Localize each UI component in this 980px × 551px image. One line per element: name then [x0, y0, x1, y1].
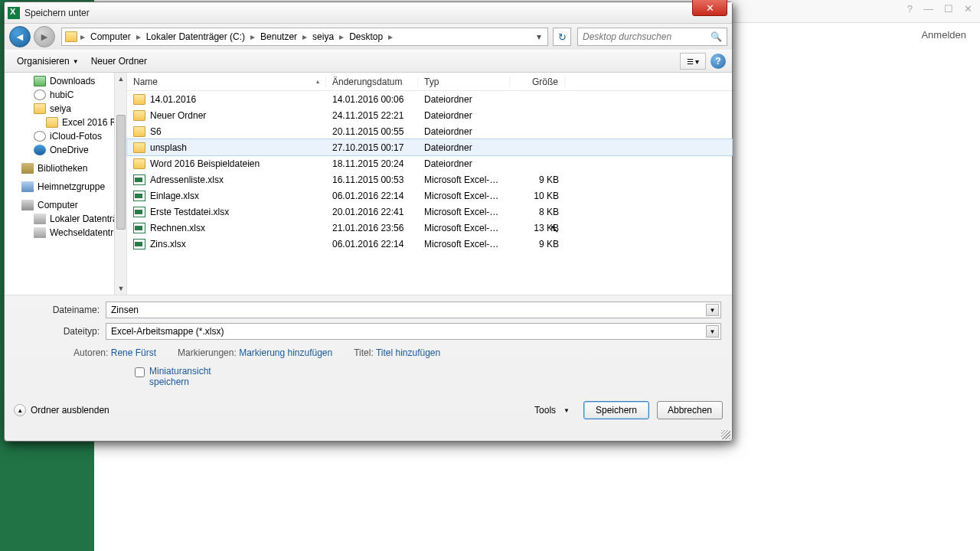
- file-row[interactable]: Adressenliste.xlsx 16.11.2015 00:53 Micr…: [127, 171, 732, 187]
- breadcrumb-item[interactable]: Benutzer: [258, 31, 299, 42]
- tree-item[interactable]: Excel 2016 Rechn: [5, 116, 126, 129]
- chevron-down-icon[interactable]: ▼: [706, 304, 719, 316]
- breadcrumb-item[interactable]: seiya: [310, 31, 336, 42]
- file-row[interactable]: Einlage.xlsx 06.01.2016 22:14 Microsoft …: [127, 187, 732, 204]
- file-row[interactable]: S6 20.11.2015 00:55 Dateiordner: [127, 123, 732, 139]
- authors-value[interactable]: Rene Fürst: [111, 347, 156, 358]
- breadcrumb-item[interactable]: Lokaler Datenträger (C:): [144, 31, 247, 42]
- navigation-tree: DownloadshubiCseiyaExcel 2016 RechniClou…: [5, 73, 127, 295]
- organize-button[interactable]: Organisieren▼: [11, 54, 85, 69]
- file-details-panel: Dateiname: ▼ Dateityp: Excel-Arbeitsmapp…: [5, 295, 732, 396]
- tree-item[interactable]: Lokaler Datenträg: [5, 212, 126, 226]
- search-icon[interactable]: 🔍: [710, 31, 722, 42]
- file-row[interactable]: Zins.xlsx 06.01.2016 22:14 Microsoft Exc…: [127, 236, 732, 252]
- tree-scrollbar[interactable]: ▲▼: [114, 73, 126, 295]
- close-button[interactable]: ✕: [692, 0, 727, 16]
- breadcrumb[interactable]: ▸ Computer ▸ Lokaler Datenträger (C:) ▸ …: [61, 28, 548, 46]
- file-row[interactable]: Rechnen.xlsx 21.01.2016 23:56 Microsoft …: [127, 220, 732, 236]
- authors-label: Autoren:: [74, 347, 108, 358]
- chevron-right-icon[interactable]: ▸: [387, 31, 394, 42]
- tree-item[interactable]: Wechseldatentr: [5, 226, 126, 240]
- drive-icon: [34, 214, 46, 224]
- cancel-button[interactable]: Abbrechen: [657, 401, 723, 419]
- navigation-bar: ◄ ► ▸ Computer ▸ Lokaler Datenträger (C:…: [5, 24, 732, 50]
- filename-input[interactable]: [111, 305, 716, 315]
- filetype-combo[interactable]: Excel-Arbeitsmappe (*.xlsx) ▼: [106, 323, 721, 340]
- file-size: 9 KB: [510, 239, 565, 249]
- file-size: 10 KB: [510, 191, 565, 201]
- breadcrumb-item[interactable]: Desktop: [347, 31, 385, 42]
- file-date: 27.10.2015 00:17: [326, 142, 418, 153]
- breadcrumb-item[interactable]: Computer: [88, 31, 133, 42]
- column-date[interactable]: Änderungsdatum: [326, 77, 418, 87]
- back-button[interactable]: ◄: [9, 26, 31, 47]
- tree-item-label: Lokaler Datenträg: [50, 214, 122, 224]
- chevron-right-icon[interactable]: ▸: [135, 31, 142, 42]
- tree-item-label: seiya: [50, 103, 71, 114]
- hide-folders-toggle[interactable]: ▴ Ordner ausblenden: [14, 404, 109, 416]
- file-list: Name▴ Änderungsdatum Typ Größe 14.01.201…: [127, 73, 732, 295]
- chevron-up-icon: ▴: [14, 404, 26, 416]
- cloud-icon: [34, 131, 46, 142]
- chevron-right-icon[interactable]: ▸: [249, 31, 256, 42]
- file-row[interactable]: Word 2016 Beispieldateien 18.11.2015 20:…: [127, 155, 732, 171]
- onedrive-icon: [34, 145, 46, 155]
- scroll-down-icon[interactable]: ▼: [115, 282, 127, 295]
- tree-item-label: Computer: [38, 200, 78, 210]
- chevron-down-icon[interactable]: ▼: [706, 325, 719, 337]
- scroll-up-icon[interactable]: ▲: [115, 73, 127, 85]
- tree-item[interactable]: seiya: [5, 102, 126, 116]
- tree-item-label: iCloud-Fotos: [50, 131, 102, 142]
- tree-item[interactable]: Heimnetzgruppe: [5, 180, 126, 194]
- tags-value[interactable]: Markierung hinzufügen: [239, 347, 332, 358]
- file-date: 06.01.2016 22:14: [326, 239, 418, 249]
- tree-item[interactable]: Bibliotheken: [5, 161, 126, 175]
- file-type: Microsoft Excel-Ar...: [418, 207, 510, 217]
- folder-icon: [133, 142, 145, 153]
- refresh-button[interactable]: ↻: [553, 28, 571, 46]
- new-folder-button[interactable]: Neuer Ordner: [85, 54, 153, 69]
- file-row[interactable]: unsplash 27.10.2015 00:17 Dateiordner: [127, 139, 732, 155]
- breadcrumb-dropdown[interactable]: ▾: [534, 31, 544, 42]
- sign-in-link[interactable]: Anmelden: [921, 29, 966, 41]
- thumbnail-checkbox[interactable]: [135, 367, 145, 377]
- tree-item[interactable]: hubiC: [5, 88, 126, 102]
- close-icon[interactable]: ✕: [964, 3, 972, 15]
- file-type: Microsoft Excel-Ar...: [418, 191, 510, 201]
- save-button[interactable]: Speichern: [583, 401, 649, 419]
- chevron-right-icon[interactable]: ▸: [338, 31, 345, 42]
- maximize-icon[interactable]: ☐: [944, 3, 953, 15]
- file-row[interactable]: 14.01.2016 14.01.2016 00:06 Dateiordner: [127, 91, 732, 107]
- tree-item[interactable]: Downloads: [5, 74, 126, 88]
- resize-grip[interactable]: [721, 430, 730, 439]
- search-input[interactable]: [583, 31, 710, 42]
- title-meta-value[interactable]: Titel hinzufügen: [376, 347, 440, 358]
- minimize-icon[interactable]: —: [923, 3, 933, 15]
- tools-dropdown[interactable]: Tools▼: [528, 402, 576, 419]
- chevron-right-icon[interactable]: ▸: [79, 31, 87, 42]
- column-name[interactable]: Name▴: [127, 77, 326, 87]
- help-icon[interactable]: ?: [907, 3, 913, 15]
- dialog-title: Speichern unter: [24, 8, 90, 18]
- thumbnail-label: Miniaturansicht speichern: [149, 366, 226, 387]
- column-size[interactable]: Größe: [510, 77, 565, 87]
- file-name: S6: [150, 126, 162, 137]
- file-type: Dateiordner: [418, 110, 510, 121]
- file-name: Neuer Ordner: [150, 110, 206, 121]
- scroll-thumb[interactable]: [116, 115, 126, 230]
- tree-item[interactable]: iCloud-Fotos: [5, 129, 126, 143]
- file-type: Dateiordner: [418, 142, 510, 153]
- help-button[interactable]: ?: [710, 54, 726, 69]
- file-row[interactable]: Neuer Ordner 24.11.2015 22:21 Dateiordne…: [127, 107, 732, 123]
- view-options-button[interactable]: ☰ ▾: [680, 53, 706, 70]
- column-type[interactable]: Typ: [418, 77, 510, 87]
- file-date: 24.11.2015 22:21: [326, 110, 418, 121]
- tree-item[interactable]: OneDrive: [5, 143, 126, 157]
- search-box[interactable]: 🔍: [577, 28, 727, 46]
- filename-combo[interactable]: ▼: [106, 302, 721, 318]
- forward-button[interactable]: ►: [34, 26, 55, 47]
- xlsx-icon: [133, 207, 145, 217]
- file-row[interactable]: Erste Testdatei.xlsx 20.01.2016 22:41 Mi…: [127, 204, 732, 220]
- tree-item[interactable]: Computer: [5, 198, 126, 212]
- chevron-right-icon[interactable]: ▸: [301, 31, 309, 42]
